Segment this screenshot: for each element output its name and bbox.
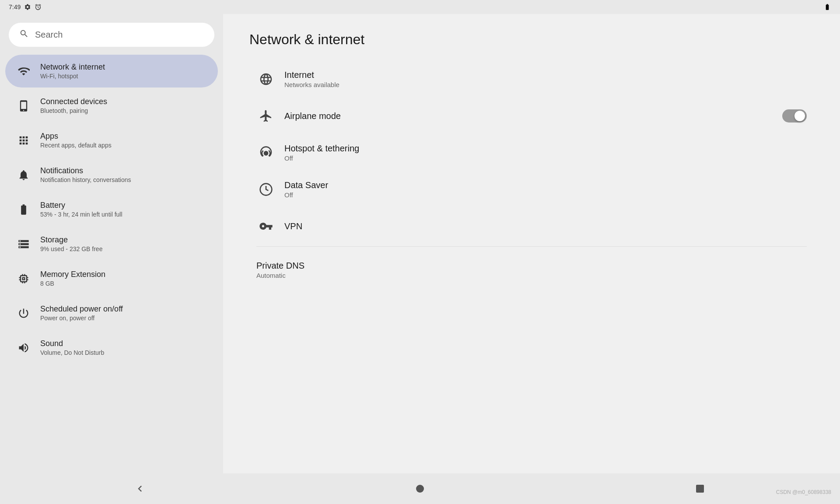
status-bar-right [823,4,831,10]
sidebar-item-subtitle-memory: 8 GB [40,280,105,287]
sidebar-item-title-memory: Memory Extension [40,270,105,279]
time-display: 7:49 [9,4,21,10]
search-bar[interactable]: Search [9,23,214,47]
settings-item-text-hotspot: Hotspot & tethering Off [284,144,807,162]
sidebar-item-subtitle-notifications: Notification history, conversations [40,176,131,183]
sidebar-item-subtitle-apps: Recent apps, default apps [40,142,112,149]
settings-item-title-airplane: Airplane mode [284,111,782,121]
settings-status-icon [24,4,31,10]
svg-rect-2 [696,485,704,493]
main-layout: Search Network & internet Wi-Fi, hotspot… [0,14,840,473]
sidebar-item-subtitle-battery: 53% - 3 hr, 24 min left until full [40,211,122,218]
sidebar-item-title-network: Network & internet [40,63,105,72]
wifi-icon [16,63,32,79]
settings-item-privatedns[interactable]: Private DNS Automatic [249,252,814,288]
sidebar-item-title-storage: Storage [40,235,102,245]
recents-button[interactable] [689,478,711,500]
battery-icon [16,202,32,217]
settings-item-text-internet: Internet Networks available [284,70,807,88]
settings-item-title-vpn: VPN [284,221,807,231]
sidebar-item-network[interactable]: Network & internet Wi-Fi, hotspot [5,55,218,88]
settings-item-subtitle-datasaver: Off [284,191,807,199]
page-title: Network & internet [249,32,814,48]
battery-status-icon [823,4,831,10]
airplane-toggle-control [782,109,807,122]
sidebar-item-notifications[interactable]: Notifications Notification history, conv… [5,158,218,191]
back-button[interactable] [129,478,151,500]
settings-item-internet[interactable]: Internet Networks available [249,61,814,98]
globe-icon [256,70,276,89]
settings-divider [256,246,807,247]
alarm-status-icon [35,4,42,10]
sidebar-item-subtitle-network: Wi-Fi, hotspot [40,73,105,80]
sidebar-item-sound[interactable]: Sound Volume, Do Not Disturb [5,331,218,364]
power-icon [16,305,32,321]
sidebar-item-title-notifications: Notifications [40,166,131,175]
sidebar-item-scheduled[interactable]: Scheduled power on/off Power on, power o… [5,297,218,329]
settings-item-airplane[interactable]: Airplane mode [249,98,814,134]
settings-item-title-internet: Internet [284,70,807,80]
settings-item-title-datasaver: Data Saver [284,180,807,190]
airplane-toggle[interactable] [782,109,807,122]
settings-item-text-datasaver: Data Saver Off [284,180,807,199]
sidebar-item-title-apps: Apps [40,132,112,141]
devices-icon [16,98,32,114]
sidebar-item-subtitle-scheduled: Power on, power off [40,315,123,322]
hotspot-icon [256,143,276,162]
sound-icon [16,340,32,356]
memory-icon [16,271,32,287]
datasaver-icon [256,180,276,199]
sidebar-item-storage[interactable]: Storage 9% used - 232 GB free [5,228,218,260]
settings-item-title-hotspot: Hotspot & tethering [284,144,807,154]
sidebar-item-connected[interactable]: Connected devices Bluetooth, pairing [5,89,218,122]
sidebar-item-text-memory: Memory Extension 8 GB [40,270,105,287]
settings-item-vpn[interactable]: VPN [249,208,814,245]
settings-item-subtitle-privatedns: Automatic [256,272,807,279]
sidebar-item-subtitle-sound: Volume, Do Not Disturb [40,349,104,356]
airplane-toggle-knob [794,111,805,121]
settings-item-text-privatedns: Private DNS Automatic [256,261,807,279]
svg-point-1 [416,485,424,493]
watermark: CSDN @m0_60898338 [776,489,831,495]
sidebar-item-text-connected: Connected devices Bluetooth, pairing [40,97,107,114]
sidebar-item-text-storage: Storage 9% used - 232 GB free [40,235,102,252]
sidebar-item-text-battery: Battery 53% - 3 hr, 24 min left until fu… [40,201,122,218]
status-bar: 7:49 [0,0,840,14]
settings-item-subtitle-internet: Networks available [284,81,807,88]
storage-icon [16,236,32,252]
settings-item-title-privatedns: Private DNS [256,261,807,271]
sidebar-item-title-sound: Sound [40,339,104,348]
sidebar-item-title-connected: Connected devices [40,97,107,106]
search-placeholder: Search [35,30,63,40]
home-button[interactable] [409,478,431,500]
search-icon [19,29,29,41]
sidebar-item-title-battery: Battery [40,201,122,210]
content-area: Network & internet Internet Networks ava… [223,14,840,473]
apps-icon [16,133,32,148]
bottom-nav [0,473,840,504]
vpn-icon [256,217,276,236]
sidebar-item-subtitle-storage: 9% used - 232 GB free [40,245,102,252]
settings-item-text-vpn: VPN [284,221,807,231]
sidebar: Search Network & internet Wi-Fi, hotspot… [0,14,223,473]
airplane-icon [256,106,276,126]
settings-item-subtitle-hotspot: Off [284,154,807,162]
settings-item-datasaver[interactable]: Data Saver Off [249,171,814,208]
settings-item-text-airplane: Airplane mode [284,111,782,121]
sidebar-item-battery[interactable]: Battery 53% - 3 hr, 24 min left until fu… [5,193,218,226]
sidebar-item-apps[interactable]: Apps Recent apps, default apps [5,124,218,157]
status-bar-left: 7:49 [9,4,42,10]
settings-item-hotspot[interactable]: Hotspot & tethering Off [249,134,814,171]
sidebar-item-text-apps: Apps Recent apps, default apps [40,132,112,149]
sidebar-item-memory[interactable]: Memory Extension 8 GB [5,262,218,295]
sidebar-item-text-notifications: Notifications Notification history, conv… [40,166,131,183]
sidebar-item-text-sound: Sound Volume, Do Not Disturb [40,339,104,356]
sidebar-item-subtitle-connected: Bluetooth, pairing [40,107,107,114]
settings-list: Internet Networks available Airplane mod… [249,61,814,288]
sidebar-item-title-scheduled: Scheduled power on/off [40,304,123,314]
sidebar-item-text-network: Network & internet Wi-Fi, hotspot [40,63,105,80]
bell-icon [16,167,32,183]
sidebar-item-text-scheduled: Scheduled power on/off Power on, power o… [40,304,123,322]
